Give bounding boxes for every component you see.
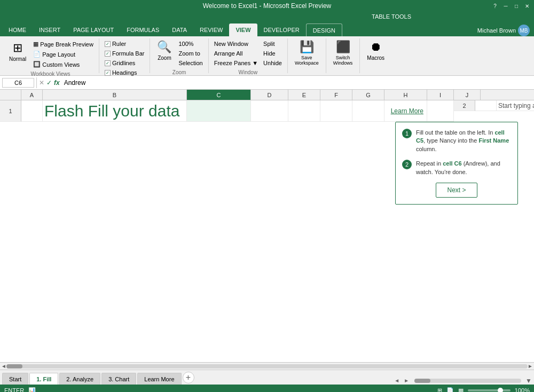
col-header-a[interactable]: A (21, 90, 43, 100)
zoom-to-selection-btn[interactable]: Zoom to (176, 49, 205, 58)
zoom-100-btn[interactable]: 100% (176, 40, 205, 48)
cell-e1[interactable] (288, 100, 320, 122)
hide-btn[interactable]: Hide (261, 49, 284, 58)
view-normal-icon[interactable]: ⊞ (437, 387, 442, 393)
v-scroll-down[interactable]: ▼ (525, 377, 532, 385)
cell-g1[interactable] (352, 100, 384, 122)
new-window-btn[interactable]: New Window (212, 40, 260, 48)
cell-f1[interactable] (320, 100, 352, 122)
unhide-btn[interactable]: Unhide (261, 59, 284, 67)
sheet-tab-analyze[interactable]: 2. Analyze (59, 373, 100, 385)
zoom-btn[interactable]: 🔍 Zoom (153, 38, 175, 62)
sheet-scroll-left[interactable]: ◄ (393, 377, 400, 385)
ruler-cb[interactable]: ✓ (105, 41, 111, 47)
window-controls[interactable]: ? ─ □ ✕ (490, 2, 532, 10)
table-tools-bar: TABLE TOOLS (0, 12, 534, 21)
headings-checkbox[interactable]: ✓ Headings (103, 68, 147, 77)
custom-views-btn[interactable]: 🔲 Custom Views (31, 60, 96, 69)
cell-c1[interactable] (187, 100, 251, 122)
headings-cb[interactable]: ✓ (105, 70, 111, 76)
col-header-j[interactable]: J (454, 90, 481, 100)
selection-label: Selection (178, 60, 202, 66)
close-btn[interactable]: ✕ (522, 2, 532, 10)
cell-i1[interactable] (427, 100, 454, 122)
zoom-selection-label[interactable]: Selection (176, 59, 205, 67)
page-break-btn[interactable]: ▦ Page Break Preview (31, 40, 96, 49)
page-break-label: Page Break Preview (40, 41, 93, 48)
cell-b1[interactable]: Flash Fill your data (43, 100, 187, 122)
new-window-label: New Window (214, 41, 248, 47)
insert-function-icon[interactable]: fx (54, 79, 60, 87)
ruler-checkbox[interactable]: ✓ Ruler (103, 40, 147, 48)
cell-d1[interactable] (251, 100, 288, 122)
col-header-e[interactable]: E (288, 90, 320, 100)
tab-data[interactable]: DATA (166, 23, 193, 36)
col-header-c[interactable]: C (187, 90, 251, 100)
split-btn[interactable]: Split (261, 40, 284, 48)
col-header-f[interactable]: F (320, 90, 352, 100)
v-scroll-thumb[interactable] (414, 379, 430, 383)
col-header-d[interactable]: D (251, 90, 288, 100)
tab-developer[interactable]: DEVELOPER (257, 23, 306, 36)
zoom-thumb[interactable] (498, 388, 503, 392)
formula-input[interactable] (62, 78, 532, 88)
ribbon-tabs: HOME INSERT PAGE LAYOUT FORMULAS DATA RE… (0, 21, 534, 36)
switch-windows-btn[interactable]: ⬛ SwitchWindows (329, 38, 357, 67)
h-scroll-right[interactable]: ► (528, 363, 533, 369)
restore-btn[interactable]: □ (512, 2, 521, 10)
tab-home[interactable]: HOME (2, 23, 33, 36)
view-layout-icon[interactable]: 📄 (446, 387, 454, 393)
sheet-tab-fill[interactable]: 1. Fill (29, 373, 58, 385)
gridlines-checkbox[interactable]: ✓ Gridlines (103, 59, 147, 67)
sheet-tab-start[interactable]: Start (2, 373, 28, 385)
ribbon-group-switch-windows: ⬛ SwitchWindows (326, 38, 360, 73)
formula-bar-checkbox[interactable]: ✓ Formula Bar (103, 49, 147, 58)
help-btn[interactable]: ? (490, 2, 500, 10)
tab-view[interactable]: VIEW (229, 23, 257, 36)
cell-a2[interactable] (475, 100, 497, 111)
col-header-b[interactable]: B (43, 90, 187, 100)
sheet-tab-learn-more[interactable]: Learn More (137, 373, 181, 385)
tab-insert[interactable]: INSERT (33, 23, 67, 36)
zoom-group-label: Zoom (153, 69, 205, 75)
confirm-formula-icon[interactable]: ✓ (46, 79, 52, 87)
next-button[interactable]: Next > (436, 183, 477, 198)
cell-h1[interactable]: Learn More (384, 100, 427, 122)
page-layout-btn[interactable]: 📄 Page Layout (31, 50, 96, 59)
cell-b2[interactable]: Start typing and let Excel finish your w… (497, 100, 534, 111)
view-page-break-icon[interactable]: ▦ (458, 387, 464, 393)
column-headers: A B C D E F G H I J (0, 90, 534, 100)
h-scroll-thumb[interactable] (6, 364, 22, 369)
horizontal-scrollbar[interactable]: ◄ ► (0, 362, 534, 370)
row-header-1[interactable]: 1 (0, 100, 21, 122)
zoom-label: Zoom (158, 55, 171, 61)
h-scroll-track[interactable] (6, 364, 528, 369)
h-scroll-left[interactable]: ◄ (1, 363, 6, 369)
sheet-tab-chart[interactable]: 3. Chart (101, 373, 136, 385)
cancel-formula-icon[interactable]: ✕ (39, 79, 44, 87)
sheet-scroll-right[interactable]: ► (403, 377, 410, 385)
window-buttons: New Window Arrange All Freeze Panes ▼ Sp… (212, 38, 284, 67)
row-header-2[interactable]: 2 (454, 100, 475, 111)
normal-view-btn[interactable]: ⊞ Normal (5, 40, 30, 64)
formula-bar-cb[interactable]: ✓ (105, 51, 111, 57)
col-header-i[interactable]: I (427, 90, 454, 100)
tab-design[interactable]: DESIGN (306, 23, 342, 36)
col-header-g[interactable]: G (352, 90, 384, 100)
tab-page-layout[interactable]: PAGE LAYOUT (67, 23, 120, 36)
tab-formulas[interactable]: FORMULAS (120, 23, 166, 36)
cell-ref-input[interactable] (2, 78, 34, 88)
gridlines-cb[interactable]: ✓ (105, 60, 111, 66)
minimize-btn[interactable]: ─ (501, 2, 511, 10)
v-scroll-track[interactable] (414, 379, 521, 383)
cell-a1[interactable] (21, 100, 43, 122)
save-workspace-btn[interactable]: 💾 SaveWorkspace (291, 38, 323, 67)
add-sheet-button[interactable]: + (183, 372, 194, 383)
arrange-all-btn[interactable]: Arrange All (212, 49, 260, 58)
learn-more-link[interactable]: Learn More (391, 107, 423, 115)
zoom-slider[interactable] (468, 389, 511, 391)
freeze-panes-btn[interactable]: Freeze Panes ▼ (212, 59, 260, 67)
col-header-h[interactable]: H (384, 90, 427, 100)
tab-review[interactable]: REVIEW (193, 23, 229, 36)
macros-btn[interactable]: ⏺ Macros (363, 38, 388, 62)
